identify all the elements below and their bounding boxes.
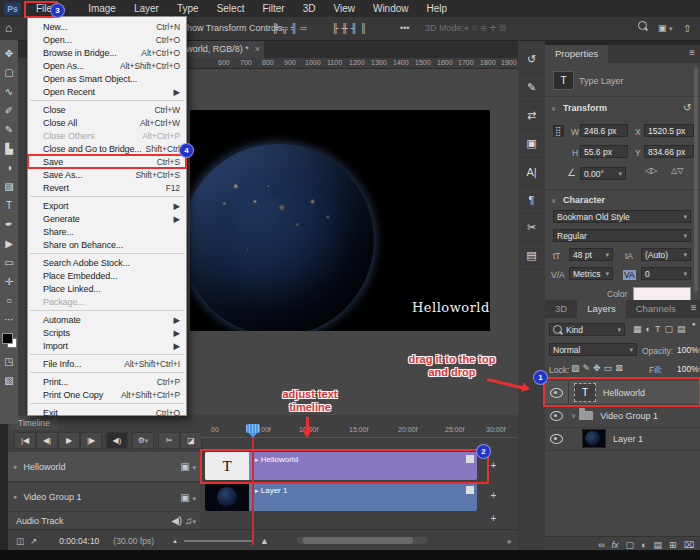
collapsed-panel-icon[interactable]: ¶	[520, 186, 544, 214]
tool-icon[interactable]: ▭	[0, 253, 18, 272]
file-menu-item[interactable]	[30, 310, 184, 311]
color-swatches[interactable]	[1, 332, 17, 348]
zoom-out-icon[interactable]: ▲	[172, 538, 178, 544]
layer-filter-icons[interactable]: ▦◐T▢▤	[633, 324, 689, 334]
panel-menu-icon[interactable]: ≡	[684, 45, 700, 63]
file-menu-item[interactable]: File Info... Alt+Shift+Ctrl+I	[28, 357, 186, 370]
new-layer-icon[interactable]: ⊞	[669, 540, 677, 550]
menu-select[interactable]: Select	[208, 0, 254, 17]
file-menu-item[interactable]: Print One Copy Alt+Shift+Ctrl+P	[28, 388, 186, 401]
timeline-zoom-slider[interactable]	[184, 540, 254, 542]
angle-field[interactable]: 0.00°▾	[580, 167, 626, 180]
chevron-down-icon[interactable]: ∨	[551, 105, 556, 113]
text-color-swatch[interactable]	[633, 287, 691, 301]
file-menu-item[interactable]: Export ▶	[28, 199, 186, 212]
track-header-audio[interactable]: Audio Track ◀) ♫▾	[8, 512, 200, 530]
timeline-clip-helloworld[interactable]: T ▸ Helloworld	[205, 452, 477, 480]
collapsed-panel-icon[interactable]: ⇄	[520, 102, 544, 130]
layer-row-layer1[interactable]: Layer 1	[545, 427, 700, 451]
filter-toggle-icon[interactable]: ●	[692, 321, 696, 327]
blend-mode-select[interactable]: Normal▾	[549, 343, 637, 356]
layer-name[interactable]: Layer 1	[613, 434, 643, 444]
layer-row-helloworld[interactable]: T Helloworld	[545, 381, 700, 405]
file-menu-item[interactable]	[30, 100, 184, 101]
file-menu-item[interactable]	[30, 354, 184, 355]
properties-scrollbar[interactable]	[694, 67, 698, 292]
tool-icon[interactable]: ∿	[0, 82, 18, 101]
tool-icon[interactable]: T	[0, 196, 18, 215]
add-audio-button[interactable]: +	[487, 512, 500, 525]
height-field[interactable]: 55.6 px	[580, 145, 628, 158]
link-layers-icon[interactable]: ∞	[598, 540, 604, 550]
workspace-icon[interactable]: ▣ ▾	[658, 23, 673, 33]
file-menu-item[interactable]: Close All Alt+Ctrl+W	[28, 116, 186, 129]
collapsed-panel-icon[interactable]: A|	[520, 158, 544, 186]
file-menu-item[interactable]: Print... Ctrl+P	[28, 375, 186, 388]
file-menu-item[interactable]: Automate ▶	[28, 313, 186, 326]
split-clip-scissors-icon[interactable]: ✂	[158, 432, 180, 449]
fill-value[interactable]: 100%▾	[674, 362, 698, 375]
font-family-select[interactable]: Bookman Old Style▾	[553, 210, 691, 223]
artboard[interactable]: Helloworld	[190, 110, 490, 331]
tracking-select[interactable]: 0▾	[641, 267, 691, 280]
menu-3d[interactable]: 3D	[294, 0, 325, 17]
file-menu-item[interactable]: Save Ctrl+S	[28, 155, 186, 168]
menu-window[interactable]: Window	[364, 0, 418, 17]
playhead-marker[interactable]	[246, 424, 260, 433]
tab-3d[interactable]: 3D	[545, 300, 577, 318]
new-group-icon[interactable]: ▤	[654, 540, 663, 550]
quick-mask-icon[interactable]: ◳	[0, 352, 18, 371]
timeline-settings-gear-icon[interactable]: ⚙▾	[132, 432, 154, 449]
menu-image[interactable]: Image	[79, 0, 125, 17]
flip-vertical-icon[interactable]: △▽	[671, 166, 683, 175]
collapsed-panel-icon[interactable]: ▤	[520, 242, 544, 270]
collapsed-panel-icon[interactable]: ✎	[520, 74, 544, 102]
y-field[interactable]: 834.66 px	[644, 145, 694, 158]
tab-channels[interactable]: Channels	[626, 300, 686, 318]
file-menu-item[interactable]: Open as Smart Object...	[28, 72, 186, 85]
font-style-select[interactable]: Regular▾	[553, 229, 691, 242]
menu-view[interactable]: View	[324, 0, 364, 17]
chevron-down-icon[interactable]: ∨	[571, 412, 576, 420]
previous-frame-button[interactable]: ◀|	[36, 432, 58, 449]
visibility-eye-icon[interactable]	[550, 411, 563, 421]
collapsed-panel-icon[interactable]: ↺	[520, 46, 544, 74]
character-section-title[interactable]: Character	[563, 195, 605, 205]
tool-icon[interactable]: ✒	[0, 215, 18, 234]
file-menu-item[interactable]: Close Ctrl+W	[28, 103, 186, 116]
file-menu-item[interactable]: New... Ctrl+N	[28, 20, 186, 33]
go-to-first-frame-button[interactable]: |◀	[14, 432, 36, 449]
font-size-select[interactable]: 48 pt▾	[569, 248, 613, 261]
file-menu-item[interactable]: Import ▶	[28, 339, 186, 352]
canvas-text-helloworld[interactable]: Helloworld	[412, 300, 490, 315]
collapsed-panel-icon[interactable]: ✂	[520, 214, 544, 242]
menu-filter[interactable]: Filter	[253, 0, 293, 17]
tool-icon[interactable]: ▨	[0, 177, 18, 196]
chevron-down-icon[interactable]: ∨	[551, 197, 556, 205]
layer-mask-icon[interactable]: ▢	[626, 540, 635, 550]
tool-icon[interactable]: ▙	[0, 139, 18, 158]
mute-audio-button[interactable]: ◀)	[106, 432, 128, 449]
reference-point-icon[interactable]: ⣿	[553, 125, 564, 137]
flip-horizontal-icon[interactable]: ◁▷	[645, 166, 657, 175]
file-menu-item[interactable]	[30, 253, 184, 254]
width-field[interactable]: 248.6 px	[580, 124, 628, 137]
file-menu-item[interactable]: Exit Ctrl+Q	[28, 406, 186, 419]
transition-icon[interactable]: ◪	[180, 432, 202, 449]
menu-layer[interactable]: Layer	[125, 0, 168, 17]
file-menu-item[interactable]: Share on Behance...	[28, 238, 186, 251]
adjustment-layer-icon[interactable]: ◐	[641, 540, 646, 550]
timeline-scrollbar[interactable]	[297, 537, 427, 544]
collapsed-panel-icon[interactable]: ▣	[520, 130, 544, 158]
more-options-icon[interactable]: •••	[400, 23, 409, 33]
file-menu-item[interactable]: Revert F12	[28, 181, 186, 194]
show-transform-controls-label[interactable]: how Transform Controls	[187, 23, 283, 33]
distribute-icons[interactable]: ╟╫╢║	[332, 23, 370, 33]
file-menu-item[interactable]: Place Linked...	[28, 282, 186, 295]
file-menu-item[interactable]: Browse in Bridge... Alt+Ctrl+O	[28, 46, 186, 59]
tool-icon[interactable]: ✥	[0, 44, 18, 63]
image-layer-thumbnail[interactable]	[582, 429, 606, 448]
file-menu-item[interactable]: Generate ▶	[28, 212, 186, 225]
filter-kind-select[interactable]: Kind▾	[549, 323, 625, 336]
transform-section-title[interactable]: Transform	[563, 103, 607, 113]
